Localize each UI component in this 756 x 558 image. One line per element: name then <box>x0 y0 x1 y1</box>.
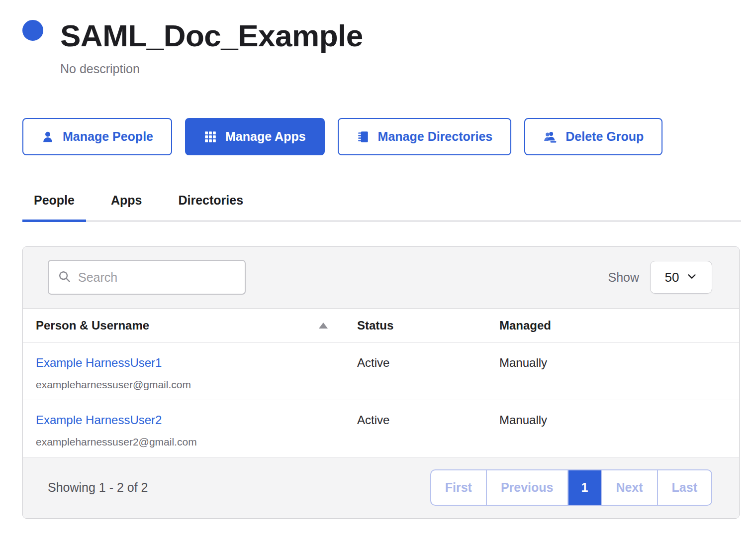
manage-apps-button[interactable]: Manage Apps <box>185 118 325 155</box>
pagination: First Previous 1 Next Last <box>430 469 712 506</box>
people-table-panel: Show 50 Person & Username Status Managed… <box>22 246 740 519</box>
tab-apps[interactable]: Apps <box>99 190 154 222</box>
pagination-last-button[interactable]: Last <box>657 470 711 505</box>
tab-people[interactable]: People <box>22 190 86 222</box>
search-input[interactable] <box>77 270 239 285</box>
table-row: Example HarnessUser1 exampleharnessuser@… <box>23 343 739 400</box>
sort-ascending-icon <box>319 323 328 329</box>
pagination-next-button[interactable]: Next <box>601 470 657 505</box>
search-box <box>48 260 246 295</box>
page-title: SAML_Doc_Example <box>60 19 363 53</box>
person-link[interactable]: Example HarnessUser2 <box>36 413 162 427</box>
table-toolbar: Show 50 <box>23 247 739 309</box>
tab-directories[interactable]: Directories <box>167 190 255 222</box>
column-header-person-username-label: Person & Username <box>36 319 149 333</box>
header-text: SAML_Doc_Example No description <box>60 19 363 76</box>
pagination-previous-button[interactable]: Previous <box>486 470 567 505</box>
managed-cell: Manually <box>499 343 739 400</box>
column-header-person-username[interactable]: Person & Username <box>36 319 357 333</box>
person-cell: Example HarnessUser2 exampleharnessuser2… <box>36 400 357 457</box>
directory-book-icon <box>357 130 370 143</box>
search-icon <box>58 270 71 285</box>
delete-group-label: Delete Group <box>566 129 644 144</box>
pagination-page-1-button[interactable]: 1 <box>567 470 601 505</box>
pagination-first-button[interactable]: First <box>431 470 486 505</box>
tab-directories-label: Directories <box>178 193 243 207</box>
table-row: Example HarnessUser2 exampleharnessuser2… <box>23 400 739 457</box>
column-header-status[interactable]: Status <box>357 319 499 333</box>
delete-group-button[interactable]: Delete Group <box>524 118 662 155</box>
person-remove-icon <box>543 130 557 143</box>
person-cell: Example HarnessUser1 exampleharnessuser@… <box>36 343 357 400</box>
table-header-row: Person & Username Status Managed <box>23 309 739 343</box>
show-label: Show <box>608 270 639 285</box>
status-cell: Active <box>357 343 499 400</box>
page-size-group: Show 50 <box>608 261 712 294</box>
manage-people-button[interactable]: Manage People <box>22 118 172 155</box>
manage-people-label: Manage People <box>63 129 153 144</box>
status-cell: Active <box>357 400 499 457</box>
person-username: exampleharnessuser2@gmail.com <box>36 436 357 448</box>
group-page: SAML_Doc_Example No description Manage P… <box>0 0 756 519</box>
tab-bar: People Apps Directories <box>22 190 741 222</box>
person-username: exampleharnessuser@gmail.com <box>36 379 357 391</box>
person-link[interactable]: Example HarnessUser1 <box>36 356 162 369</box>
chevron-down-icon <box>686 270 697 285</box>
results-summary: Showing 1 - 2 of 2 <box>48 480 148 495</box>
managed-cell: Manually <box>499 400 739 457</box>
group-header: SAML_Doc_Example No description <box>22 19 741 76</box>
page-size-value: 50 <box>665 270 679 285</box>
group-description: No description <box>60 62 363 76</box>
person-icon <box>41 130 54 143</box>
table-footer: Showing 1 - 2 of 2 First Previous 1 Next… <box>23 457 739 518</box>
group-ring-icon <box>22 20 43 41</box>
page-size-dropdown[interactable]: 50 <box>650 261 712 294</box>
column-header-managed[interactable]: Managed <box>499 319 739 333</box>
manage-apps-label: Manage Apps <box>225 129 306 144</box>
manage-directories-label: Manage Directories <box>378 129 493 144</box>
tab-people-label: People <box>34 193 75 207</box>
apps-grid-icon <box>204 130 217 143</box>
tab-apps-label: Apps <box>111 193 142 207</box>
action-button-row: Manage People Manage Apps Manage Directo… <box>22 118 741 155</box>
manage-directories-button[interactable]: Manage Directories <box>338 118 512 155</box>
